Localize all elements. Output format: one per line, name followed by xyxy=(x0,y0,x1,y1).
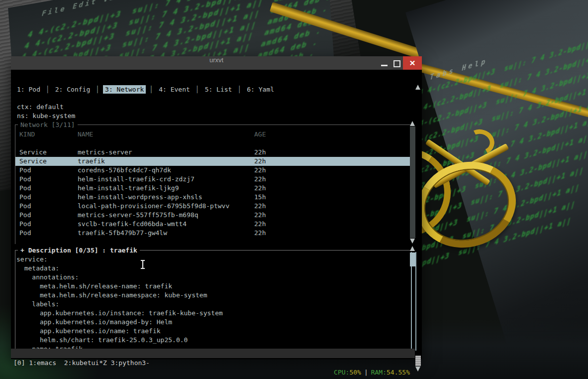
description-scrollbar-track[interactable] xyxy=(411,252,416,351)
cell-kind: Pod xyxy=(19,202,78,211)
cell-kind: Service xyxy=(19,148,78,157)
table-row[interactable]: Podhelm-install-traefik-ljkg922h xyxy=(15,184,410,193)
text-cursor-stem xyxy=(142,260,143,268)
tab-separator: │ xyxy=(92,86,103,93)
cpu-label: CPU: xyxy=(334,369,349,376)
terminal-scrollbar-thumb[interactable] xyxy=(415,356,421,366)
close-button[interactable]: ✕ xyxy=(403,56,422,70)
maximize-button[interactable] xyxy=(392,56,402,70)
cell-kind: Pod xyxy=(19,211,78,220)
cell-name: svclb-traefik-fcd06bda-wmtt4 xyxy=(78,220,254,229)
network-scroll-down-icon[interactable] xyxy=(410,239,415,244)
cell-name: helm-install-wordpress-app-xhsls xyxy=(78,193,254,202)
cell-kind: Pod xyxy=(19,220,78,229)
table-row[interactable]: Podtraefik-5fb479b77-gw4lw22h xyxy=(15,229,410,238)
cell-name: traefik-5fb479b77-gw4lw xyxy=(78,229,254,238)
cell-age: 22h xyxy=(254,211,410,220)
minimize-button[interactable] xyxy=(379,56,390,70)
maximize-icon xyxy=(393,60,400,67)
table-row[interactable]: Servicemetrics-server22h xyxy=(15,148,410,157)
cell-kind: Pod xyxy=(19,166,78,175)
tab-separator: │ xyxy=(234,86,245,93)
cell-age: 22h xyxy=(254,157,410,166)
cell-kind: Service xyxy=(19,157,78,166)
cell-name: metrics-server xyxy=(78,148,254,157)
cell-age: 22h xyxy=(254,184,410,193)
tab-config[interactable]: 2: Config xyxy=(53,85,92,94)
terminal-content: 1: Pod│2: Config│3: Network│4: Event│5: … xyxy=(11,70,422,359)
table-row[interactable]: Podmetrics-server-557ff575fb-m698q22h xyxy=(15,211,410,220)
tab-list[interactable]: 5: List xyxy=(203,85,234,94)
table-row[interactable]: Podlocal-path-provisioner-6795b5f9d8-ptw… xyxy=(15,202,410,211)
network-scroll-up-icon[interactable] xyxy=(410,121,415,126)
description-scrollbar-thumb[interactable] xyxy=(410,253,415,266)
cell-name: metrics-server-557ff575fb-m698q xyxy=(78,211,254,220)
tab-event[interactable]: 4: Event xyxy=(157,85,192,94)
text-cursor-cap-top xyxy=(141,260,145,261)
tab-yaml[interactable]: 6: Yaml xyxy=(245,85,276,94)
tab-separator: │ xyxy=(42,86,53,93)
terminal-window: urxvt ✕ 1: Pod│2: Config│3: Network│4: E… xyxy=(11,56,422,359)
cpu-value: 50% xyxy=(349,369,361,376)
table-row[interactable]: Podhelm-install-traefik-crd-zdzj722h xyxy=(15,175,410,184)
window-title: urxvt xyxy=(11,56,422,64)
column-header-name: NAME xyxy=(78,130,254,139)
cell-kind: Pod xyxy=(19,193,78,202)
table-row[interactable]: Podhelm-install-wordpress-app-xhsls15h xyxy=(15,193,410,202)
network-panel: Network [3/11] KIND NAME AGE Servicemetr… xyxy=(15,125,410,244)
network-rows: Servicemetrics-server22hServicetraefik22… xyxy=(15,148,410,238)
system-stats: CPU:50%|RAM:54.55% xyxy=(334,368,410,377)
tab-separator: │ xyxy=(146,86,157,93)
cell-name: traefik xyxy=(78,157,254,166)
network-panel-title: Network [3/11] xyxy=(18,121,78,129)
network-table-header: KIND NAME AGE xyxy=(15,130,410,139)
description-panel: + Description [0/35] : traefik service: … xyxy=(15,250,410,358)
terminal-scroll-down-icon[interactable] xyxy=(415,367,420,372)
context-line: ctx: default xyxy=(17,103,64,112)
status-bar: [0] 1:emacs 2:kubetui*Z 3:python3- CPU:5… xyxy=(11,349,415,358)
cell-age: 22h xyxy=(254,148,410,157)
cell-name: coredns-576bfc4dc7-qh7dk xyxy=(78,166,254,175)
table-row[interactable]: Podsvclb-traefik-fcd06bda-wmtt422h xyxy=(15,220,410,229)
ram-value: 54.55% xyxy=(387,369,410,376)
cell-age: 22h xyxy=(254,220,410,229)
cell-kind: Pod xyxy=(19,229,78,238)
namespace-line: ns: kube-system xyxy=(17,112,75,121)
cell-age: 22h xyxy=(254,175,410,184)
cell-kind: Pod xyxy=(19,184,78,193)
description-text: service: metadata: annotations: meta.hel… xyxy=(16,255,223,354)
cell-age: 22h xyxy=(254,166,410,175)
text-cursor-cap-bottom xyxy=(141,268,145,269)
tab-pod[interactable]: 1: Pod xyxy=(15,85,42,94)
description-panel-title: + Description [0/35] : traefik xyxy=(18,246,140,254)
cell-name: local-path-provisioner-6795b5f9d8-ptwvv xyxy=(78,202,254,211)
table-row[interactable]: Servicetraefik22h xyxy=(15,157,410,166)
cell-age: 15h xyxy=(254,193,410,202)
cell-age: 22h xyxy=(254,202,410,211)
cell-kind: Pod xyxy=(19,175,78,184)
description-scroll-up-icon[interactable] xyxy=(410,246,415,251)
stats-separator: | xyxy=(361,369,371,376)
tab-bar: 1: Pod│2: Config│3: Network│4: Event│5: … xyxy=(15,85,276,94)
tmux-session-windows[interactable]: [0] 1:emacs 2:kubetui*Z 3:python3- xyxy=(13,358,150,368)
minimize-icon xyxy=(381,65,388,66)
tab-separator: │ xyxy=(192,86,203,93)
cell-name: helm-install-traefik-ljkg9 xyxy=(78,184,254,193)
network-scrollbar[interactable] xyxy=(410,126,415,238)
window-titlebar[interactable]: urxvt ✕ xyxy=(11,56,422,70)
text-cursor-pointer xyxy=(140,260,145,269)
ram-label: RAM: xyxy=(371,369,387,376)
tab-network[interactable]: 3: Network xyxy=(103,85,146,94)
column-header-age: AGE xyxy=(254,130,410,139)
close-icon: ✕ xyxy=(409,59,416,67)
cell-name: helm-install-traefik-crd-zdzj7 xyxy=(78,175,254,184)
terminal-scroll-up-icon[interactable] xyxy=(415,85,420,90)
cell-age: 22h xyxy=(254,229,410,238)
column-header-kind: KIND xyxy=(19,130,78,139)
table-row[interactable]: Podcoredns-576bfc4dc7-qh7dk22h xyxy=(15,166,410,175)
